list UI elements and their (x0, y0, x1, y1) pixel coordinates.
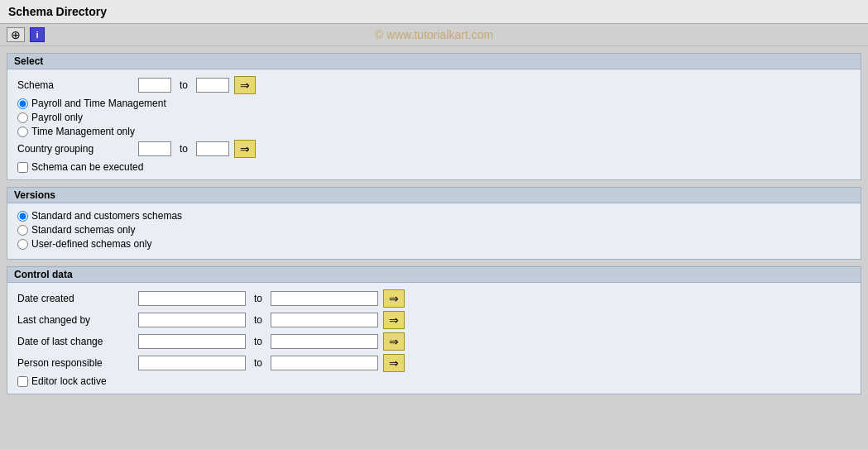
country-grouping-row: Country grouping to ⇒ (17, 140, 851, 158)
schema-row: Schema to ⇒ (17, 76, 851, 94)
country-grouping-to-input[interactable] (196, 141, 229, 156)
title-bar: Schema Directory (0, 0, 868, 24)
date-created-arrow-button[interactable]: ⇒ (383, 289, 405, 308)
radio-standard-only-label[interactable]: Standard schemas only (31, 224, 135, 236)
radio-time-only-row: Time Management only (17, 126, 851, 137)
control-data-section-body: Date created to ⇒ Last changed by to ⇒ (7, 283, 861, 394)
country-grouping-from-input[interactable] (138, 141, 171, 156)
radio-time-only-label[interactable]: Time Management only (31, 126, 135, 137)
date-created-to-label: to (254, 293, 262, 304)
radio-payroll-only[interactable] (17, 112, 28, 123)
schema-arrow-icon: ⇒ (240, 79, 250, 92)
person-responsible-arrow-icon: ⇒ (389, 356, 399, 370)
versions-section-body: Standard and customers schemas Standard … (7, 203, 861, 259)
versions-section: Versions Standard and customers schemas … (7, 187, 861, 260)
nav-icon[interactable]: ⊕ (7, 27, 25, 42)
select-section: Select Schema to ⇒ Payroll and Time Mana… (7, 53, 861, 180)
date-created-to-input[interactable] (271, 291, 378, 306)
person-responsible-to-label: to (254, 357, 262, 369)
schema-executable-label[interactable]: Schema can be executed (31, 161, 143, 173)
date-last-change-arrow-button[interactable]: ⇒ (383, 332, 405, 351)
person-responsible-row: Person responsible to ⇒ (17, 354, 851, 372)
schema-arrow-button[interactable]: ⇒ (234, 76, 256, 94)
schema-executable-checkbox[interactable] (17, 162, 28, 173)
info-icon[interactable]: i (30, 27, 45, 42)
radio-payroll-only-row: Payroll only (17, 112, 851, 123)
radio-payroll-only-label[interactable]: Payroll only (31, 112, 83, 123)
select-section-body: Schema to ⇒ Payroll and Time Management … (7, 69, 861, 179)
last-changed-by-arrow-icon: ⇒ (389, 313, 399, 327)
person-responsible-label: Person responsible (17, 357, 133, 369)
radio-user-defined-row: User-defined schemas only (17, 238, 851, 250)
radio-payroll-time-row: Payroll and Time Management (17, 98, 851, 109)
date-created-label: Date created (17, 293, 133, 304)
country-grouping-label: Country grouping (17, 143, 133, 155)
date-last-change-label: Date of last change (17, 336, 133, 347)
date-created-row: Date created to ⇒ (17, 289, 851, 308)
radio-standard-customers[interactable] (17, 211, 28, 222)
radio-standard-customers-label[interactable]: Standard and customers schemas (31, 210, 182, 222)
page-title: Schema Directory (8, 5, 107, 18)
person-responsible-from-input[interactable] (138, 356, 246, 370)
control-data-section-header: Control data (7, 267, 861, 283)
main-content: Select Schema to ⇒ Payroll and Time Mana… (0, 46, 868, 408)
radio-standard-customers-row: Standard and customers schemas (17, 210, 851, 222)
radio-standard-only[interactable] (17, 225, 28, 236)
country-grouping-arrow-button[interactable]: ⇒ (234, 140, 256, 158)
radio-user-defined-label[interactable]: User-defined schemas only (31, 238, 151, 250)
watermark: © www.tutorialkart.com (375, 28, 493, 41)
editor-lock-checkbox[interactable] (17, 376, 28, 387)
select-section-header: Select (7, 54, 861, 69)
versions-section-header: Versions (7, 188, 861, 203)
radio-payroll-time[interactable] (17, 98, 28, 109)
date-last-change-to-input[interactable] (271, 334, 378, 349)
country-grouping-arrow-icon: ⇒ (240, 142, 250, 155)
schema-to-input[interactable] (196, 78, 229, 93)
last-changed-by-to-input[interactable] (271, 313, 378, 327)
person-responsible-to-input[interactable] (271, 356, 378, 370)
radio-payroll-time-label[interactable]: Payroll and Time Management (31, 98, 166, 109)
date-last-change-row: Date of last change to ⇒ (17, 332, 851, 351)
last-changed-by-row: Last changed by to ⇒ (17, 311, 851, 329)
person-responsible-arrow-button[interactable]: ⇒ (383, 354, 405, 372)
date-created-from-input[interactable] (138, 291, 246, 306)
date-last-change-arrow-icon: ⇒ (389, 335, 399, 348)
radio-standard-only-row: Standard schemas only (17, 224, 851, 236)
control-data-section: Control data Date created to ⇒ Last chan… (7, 266, 861, 394)
schema-executable-row: Schema can be executed (17, 161, 851, 173)
last-changed-by-label: Last changed by (17, 314, 133, 326)
last-changed-by-arrow-button[interactable]: ⇒ (383, 311, 405, 329)
schema-from-input[interactable] (138, 78, 171, 93)
last-changed-by-from-input[interactable] (138, 313, 246, 327)
editor-lock-row: Editor lock active (17, 375, 851, 387)
date-last-change-to-label: to (254, 336, 262, 347)
date-last-change-from-input[interactable] (138, 334, 246, 349)
radio-time-only[interactable] (17, 127, 28, 137)
last-changed-by-to-label: to (254, 314, 262, 326)
radio-user-defined[interactable] (17, 239, 28, 250)
country-grouping-to-label: to (180, 143, 188, 155)
toolbar: ⊕ i © www.tutorialkart.com (0, 24, 868, 46)
editor-lock-label[interactable]: Editor lock active (31, 375, 107, 387)
date-created-arrow-icon: ⇒ (389, 292, 399, 305)
schema-to-label: to (180, 79, 188, 91)
schema-label: Schema (17, 79, 133, 91)
